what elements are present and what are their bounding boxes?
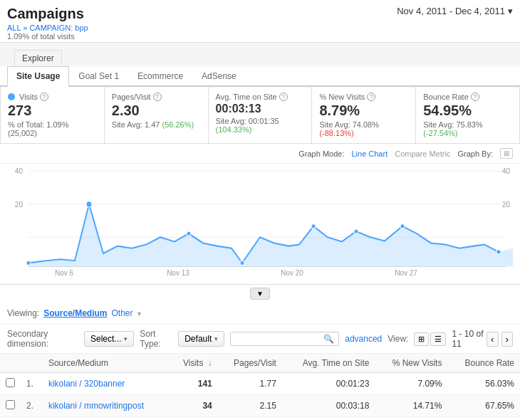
row-avg-time: 00:01:54 [282, 417, 375, 421]
svg-text:40: 40 [15, 167, 23, 175]
visits-help-icon[interactable]: ? [40, 93, 48, 101]
col-bounce[interactable]: Bounce Rate [447, 354, 520, 373]
advanced-link[interactable]: advanced [345, 334, 382, 344]
table-row: 2. kikolani / mmowritingpost 34 2.15 00:… [0, 395, 520, 417]
date-dropdown-icon[interactable]: ▾ [508, 6, 513, 16]
search-box[interactable]: 🔍 [230, 332, 339, 346]
sub-text: 1.09% of total visits [7, 32, 88, 41]
svg-point-17 [311, 224, 316, 229]
search-icon: 🔍 [323, 334, 334, 344]
row-num: 2. [21, 395, 43, 417]
tab-goal-set-1[interactable]: Goal Set 1 [69, 66, 128, 85]
prev-page-btn[interactable]: ‹ [487, 332, 498, 347]
list-view-btn[interactable]: ☰ [430, 332, 446, 346]
metric-visits-value: 273 [8, 103, 97, 119]
row-bounce: 67.65% [447, 395, 520, 417]
row-ppv: 2.00 [218, 417, 282, 421]
row-visits: 29 [170, 417, 218, 421]
select-dropdown-arrow: ▾ [124, 335, 128, 342]
viewing-other[interactable]: Other [112, 308, 133, 318]
new-visits-help-icon[interactable]: ? [367, 93, 375, 101]
col-avg-time[interactable]: Avg. Time on Site [282, 354, 375, 373]
tab-site-usage[interactable]: Site Usage [7, 66, 69, 87]
svg-point-16 [240, 261, 244, 265]
svg-point-13 [26, 261, 31, 265]
compare-metric[interactable]: Compare Metric [395, 149, 450, 158]
graph-mode-value[interactable]: Line Chart [351, 149, 388, 158]
row-checkbox-cell [0, 373, 21, 395]
row-checkbox[interactable] [6, 378, 15, 387]
secondary-dimension-select[interactable]: Select... ▾ [84, 331, 134, 347]
grid-view-btn[interactable]: ⊞ [414, 332, 429, 346]
metric-visits: Visits ? 273 % of Total: 1.09% (25,002) [1, 87, 105, 143]
breadcrumb[interactable]: ALL » CAMPAIGN: bpp [7, 23, 88, 32]
row-new-visits: 14.71% [375, 395, 447, 417]
metric-new-visits-label: % New Visits ? [319, 93, 408, 101]
viewing-label: Viewing: [7, 308, 39, 318]
table-row: 1. kikolani / 320banner 141 1.77 00:01:2… [0, 373, 520, 395]
date-range-text: Nov 4, 2011 - Dec 4, 2011 [397, 6, 505, 16]
row-ppv: 2.15 [218, 395, 282, 417]
col-new-visits[interactable]: % New Visits [375, 354, 447, 373]
viewing-dropdown-icon[interactable]: ▾ [137, 310, 141, 317]
metric-new-visits-value: 8.79% [319, 103, 408, 119]
row-source: kikolani / newsletter [43, 417, 170, 421]
row-num: 1. [21, 373, 43, 395]
row-checkbox[interactable] [6, 400, 15, 409]
sort-type-select[interactable]: Default ▾ [178, 331, 224, 347]
col-source-medium[interactable]: Source/Medium [43, 354, 170, 373]
row-avg-time: 00:01:23 [282, 373, 375, 395]
search-input[interactable] [235, 334, 321, 344]
viewing-bar: Viewing: Source/Medium Other ▾ [0, 303, 520, 325]
svg-text:Nov 27: Nov 27 [395, 269, 417, 277]
row-bounce: 72.41% [447, 417, 520, 421]
svg-point-18 [354, 229, 358, 233]
metric-avg-time: Avg. Time on Site ? 00:03:13 Site Avg: 0… [209, 87, 313, 143]
explorer-tab[interactable]: Explorer [14, 50, 62, 66]
metric-bounce-rate-sub: Site Avg: 75.83% (-27.54%) [423, 120, 512, 137]
source-link[interactable]: kikolani / 320banner [48, 379, 125, 389]
chart-scroll: ▼ [0, 285, 520, 303]
chart-scroll-btn[interactable]: ▼ [250, 288, 270, 300]
tab-ecommerce[interactable]: Ecommerce [128, 66, 192, 85]
svg-text:Nov 6: Nov 6 [55, 269, 73, 277]
avg-time-help-icon[interactable]: ? [279, 93, 288, 101]
col-visits[interactable]: Visits ↓ [170, 354, 218, 373]
svg-text:20: 20 [15, 201, 23, 209]
controls-bar: Secondary dimension: Select... ▾ Sort Ty… [0, 325, 520, 354]
bounce-rate-help-icon[interactable]: ? [471, 93, 479, 101]
source-link[interactable]: kikolani / mmowritingpost [48, 401, 144, 411]
secondary-dimension-label: Secondary dimension: [7, 329, 78, 349]
metrics-bar: Visits ? 273 % of Total: 1.09% (25,002) … [0, 87, 520, 144]
svg-point-20 [496, 250, 501, 254]
graph-by-grid-icon[interactable]: ⊞ [500, 148, 513, 159]
col-ppv[interactable]: Pages/Visit [218, 354, 282, 373]
sort-arrow-icon: ↓ [208, 358, 212, 368]
ppv-help-icon[interactable]: ? [153, 93, 162, 101]
header-left: Campaigns ALL » CAMPAIGN: bpp 1.09% of t… [7, 6, 88, 41]
row-visits: 141 [170, 373, 218, 395]
sort-dropdown-arrow: ▾ [214, 335, 218, 342]
row-avg-time: 00:03:18 [282, 395, 375, 417]
row-new-visits: 24.14% [375, 417, 447, 421]
tab-adsense[interactable]: AdSense [192, 66, 246, 85]
table-header-row: Source/Medium Visits ↓ Pages/Visit Avg. … [0, 354, 520, 373]
metric-ppv-sub: Site Avg: 1.47 (56.26%) [112, 120, 201, 129]
metric-ppv: Pages/Visit ? 2.30 Site Avg: 1.47 (56.26… [105, 87, 209, 143]
breadcrumb-link[interactable]: ALL » CAMPAIGN: bpp [7, 23, 88, 32]
view-icons: ⊞ ☰ [414, 332, 446, 346]
svg-text:Nov 13: Nov 13 [167, 269, 189, 277]
row-new-visits: 7.09% [375, 373, 447, 395]
svg-text:40: 40 [502, 167, 510, 175]
chart-area: 40 20 40 20 Nov 6 Nov 13 Nov 20 Nov 27 [0, 164, 520, 285]
next-page-btn[interactable]: › [501, 332, 513, 347]
page-header: Campaigns ALL » CAMPAIGN: bpp 1.09% of t… [0, 0, 520, 42]
row-num: 3. [21, 417, 43, 421]
viewing-source-medium[interactable]: Source/Medium [43, 308, 107, 318]
pagination-text: 1 - 10 of 11 [452, 329, 484, 349]
svg-point-14 [86, 201, 92, 207]
date-range-selector[interactable]: Nov 4, 2011 - Dec 4, 2011 ▾ [397, 6, 513, 16]
metric-avg-time-value: 00:03:13 [216, 103, 305, 115]
metric-avg-time-label: Avg. Time on Site ? [216, 93, 305, 101]
col-num [21, 354, 43, 373]
